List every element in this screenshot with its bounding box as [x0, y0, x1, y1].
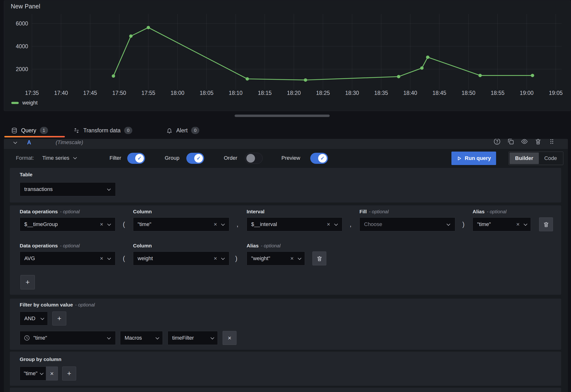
- editor-tabs: Query 1 Transform data 0 Alert 0: [0, 125, 571, 137]
- table-section: Table transactions: [10, 168, 561, 203]
- svg-text:17:40: 17:40: [54, 90, 68, 96]
- remove-group-by-button[interactable]: ×: [46, 366, 58, 380]
- interval-label: Interval: [247, 209, 265, 215]
- comma: ,: [347, 217, 354, 231]
- filter-toggle[interactable]: ✓: [127, 153, 145, 164]
- help-icon[interactable]: [493, 139, 501, 145]
- column-label: Column: [133, 243, 152, 249]
- delete-row-button[interactable]: [539, 217, 553, 231]
- panel-title[interactable]: New Panel: [11, 3, 40, 10]
- svg-text:17:35: 17:35: [25, 90, 39, 96]
- filter-column-select[interactable]: "time": [20, 331, 116, 345]
- mode-code[interactable]: Code: [539, 153, 563, 164]
- delete-row-button[interactable]: [312, 251, 326, 265]
- chevron-down-icon: [73, 156, 77, 160]
- filter-section: Filter by column value- optional AND + "…: [10, 299, 561, 350]
- table-select[interactable]: transactions: [20, 182, 116, 196]
- group-by-column-select[interactable]: "time": [20, 366, 46, 380]
- clear-icon[interactable]: ×: [214, 221, 217, 227]
- add-filter-button[interactable]: +: [52, 312, 66, 325]
- query-datasource: (Timescale): [56, 139, 83, 145]
- clock-icon: [24, 335, 30, 341]
- column-select[interactable]: weight ×: [133, 251, 229, 265]
- close-paren: ): [460, 217, 467, 231]
- clear-icon[interactable]: ×: [290, 256, 294, 261]
- clear-icon[interactable]: ×: [100, 256, 103, 261]
- chevron-down-icon: [524, 222, 528, 226]
- filter-operator-select[interactable]: AND: [20, 312, 48, 325]
- clear-icon[interactable]: ×: [214, 256, 217, 261]
- alias-label: Alias- optional: [247, 243, 280, 249]
- chevron-down-icon: [156, 335, 159, 339]
- time-series-panel: 17:3517:4017:4517:5017:5518:0018:0518:10…: [4, 0, 571, 111]
- hide-icon[interactable]: [521, 139, 528, 145]
- group-by-section: Group by column "time" × +: [10, 352, 561, 386]
- format-select[interactable]: Time series: [42, 155, 76, 161]
- chevron-down-icon: [211, 335, 214, 339]
- add-select-row-button[interactable]: +: [20, 275, 35, 290]
- drag-handle-icon[interactable]: [548, 139, 555, 145]
- editor-mode-switch: Builder Code: [509, 152, 563, 165]
- query-count-badge: 1: [40, 127, 48, 134]
- data-operation-select[interactable]: AVG ×: [20, 251, 115, 265]
- svg-text:18:45: 18:45: [432, 90, 446, 96]
- play-icon: [457, 156, 462, 161]
- bell-icon: [166, 127, 173, 134]
- chevron-down-icon: [447, 222, 450, 226]
- column-select[interactable]: "time" ×: [133, 217, 229, 231]
- filter-by-column-label: Filter by column value- optional: [20, 302, 95, 308]
- tab-alert[interactable]: Alert 0: [166, 125, 199, 136]
- chevron-down-icon: [107, 256, 111, 260]
- query-ref-id[interactable]: A: [27, 139, 31, 146]
- duplicate-icon[interactable]: [507, 139, 514, 145]
- svg-text:18:10: 18:10: [229, 90, 243, 96]
- svg-text:19:00: 19:00: [520, 90, 534, 96]
- grafana-panel-editor: 17:3517:4017:4517:5017:5518:0018:0518:10…: [0, 0, 571, 392]
- filter-macro-group-select[interactable]: Macros: [120, 331, 163, 345]
- query-row-header[interactable]: A (Timescale): [4, 139, 568, 149]
- svg-text:2000: 2000: [16, 66, 28, 72]
- chevron-down-icon: [107, 335, 111, 339]
- group-toggle[interactable]: ✓: [186, 153, 204, 164]
- column-label: Column: [133, 209, 152, 215]
- table-label: Table: [20, 172, 32, 177]
- legend[interactable]: weight: [11, 100, 38, 106]
- active-tab-indicator: [4, 136, 65, 137]
- filter-macro-select[interactable]: timeFilter: [168, 331, 218, 345]
- interval-select[interactable]: $__interval ×: [247, 217, 343, 231]
- collapse-chevron-icon[interactable]: [14, 140, 17, 144]
- legend-series-color: [11, 102, 19, 104]
- order-toggle[interactable]: ✓: [245, 153, 263, 164]
- run-query-label: Run query: [465, 155, 491, 161]
- group-by-label: Group by column: [20, 356, 61, 362]
- mode-builder[interactable]: Builder: [510, 153, 539, 164]
- alert-count-badge: 0: [191, 127, 199, 134]
- alias-select[interactable]: "weight" ×: [247, 251, 305, 265]
- data-operation-select[interactable]: $__timeGroup ×: [20, 217, 115, 231]
- run-query-button[interactable]: Run query: [451, 152, 496, 165]
- clear-icon[interactable]: ×: [100, 221, 103, 227]
- clear-icon[interactable]: ×: [327, 221, 330, 227]
- fill-select[interactable]: Choose: [359, 217, 455, 231]
- transform-icon: [73, 127, 80, 134]
- delete-icon[interactable]: [534, 139, 542, 145]
- chevron-down-icon: [221, 256, 225, 260]
- preview-toggle[interactable]: ✓: [310, 153, 328, 164]
- tab-query[interactable]: Query 1: [11, 125, 48, 136]
- query-editor: Format: Time series Filter ✓ Group ✓ Ord…: [4, 149, 568, 392]
- format-value: Time series: [42, 155, 69, 161]
- clear-icon[interactable]: ×: [516, 221, 520, 227]
- tab-transform-data[interactable]: Transform data 0: [73, 125, 132, 136]
- legend-label-weight[interactable]: weight: [22, 100, 38, 106]
- trash-icon: [543, 221, 549, 228]
- add-group-by-button[interactable]: +: [62, 366, 76, 380]
- svg-text:18:20: 18:20: [287, 90, 301, 96]
- panel-resize-handle[interactable]: [235, 115, 330, 117]
- time-series-chart: 17:3517:4017:4517:5017:5518:0018:0518:10…: [4, 1, 570, 110]
- svg-text:18:35: 18:35: [374, 90, 388, 96]
- tab-alert-label: Alert: [176, 127, 187, 134]
- alias-select[interactable]: "time" ×: [472, 217, 531, 231]
- svg-text:18:30: 18:30: [345, 90, 359, 96]
- next-section-clipped: [10, 388, 561, 392]
- remove-filter-button[interactable]: ×: [223, 331, 237, 345]
